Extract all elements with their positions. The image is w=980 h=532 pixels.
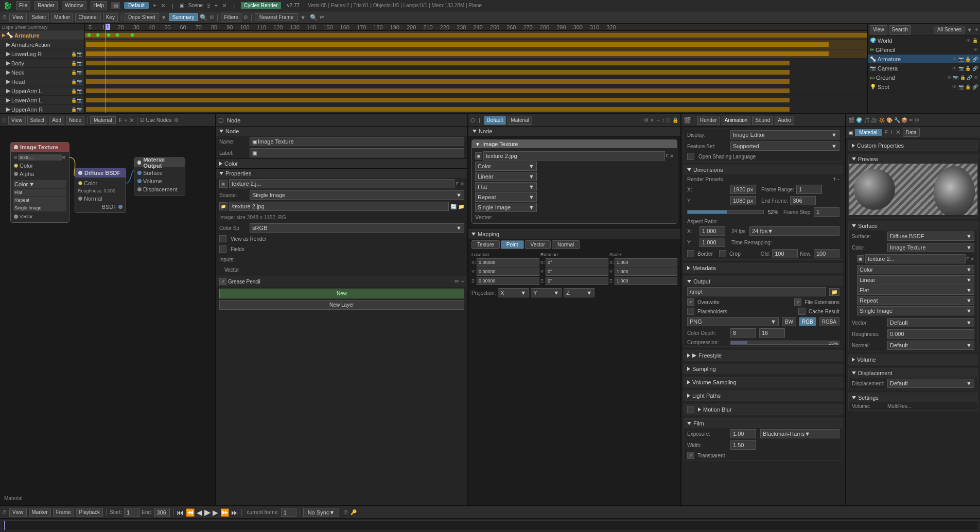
- view-node[interactable]: View: [8, 116, 26, 125]
- material-tab-right[interactable]: Material: [855, 129, 882, 136]
- roughness-slider[interactable]: 0.000: [887, 329, 974, 339]
- view-timeline[interactable]: View: [9, 508, 27, 517]
- material-selector[interactable]: Material: [90, 116, 116, 124]
- custom-props-header[interactable]: Custom Properties: [849, 141, 977, 150]
- all-scenes-dropdown[interactable]: All Scenes: [934, 26, 965, 33]
- preview-header[interactable]: Preview: [849, 154, 977, 164]
- props-section-header2[interactable]: Properties: [216, 169, 467, 178]
- ds-row-neck[interactable]: ▶ Neck 🔒📷: [0, 68, 84, 77]
- new-button[interactable]: New: [219, 289, 464, 298]
- it-color-dropdown[interactable]: Color▼: [475, 162, 537, 171]
- rot-x-field[interactable]: 0°: [546, 258, 608, 267]
- node-menu[interactable]: Node: [66, 116, 84, 125]
- end-frame-input[interactable]: 306: [154, 508, 170, 517]
- motion-blur-header[interactable]: Motion Blur: [684, 404, 843, 415]
- window-menu[interactable]: Window: [62, 1, 86, 10]
- render-engine[interactable]: Cycles Render: [241, 2, 281, 9]
- volume-sampling-header[interactable]: Volume Sampling: [684, 378, 843, 387]
- it-flat-dropdown[interactable]: Flat▼: [475, 182, 537, 191]
- presets-add[interactable]: +: [833, 175, 836, 183]
- rgba-btn[interactable]: RGBA: [819, 317, 839, 326]
- film-header[interactable]: Film: [684, 419, 843, 428]
- proj-z[interactable]: Z▼: [564, 288, 594, 297]
- prev-frame-btn[interactable]: ⏪: [186, 508, 195, 517]
- dimensions-header[interactable]: Dimensions: [684, 165, 843, 174]
- exposure-value[interactable]: 1.00: [730, 429, 756, 438]
- right-linear-dropdown[interactable]: Linear▼: [857, 275, 974, 285]
- plane-tab[interactable]: Default: [484, 116, 506, 125]
- ds-row-action[interactable]: ▶ ArmatureAction: [0, 40, 84, 49]
- loc-x-field[interactable]: 0.00000: [477, 258, 539, 267]
- new-layer-button[interactable]: New Layer: [219, 300, 464, 310]
- y-value[interactable]: 1080 px: [730, 196, 756, 205]
- ds-row-lowerarml[interactable]: ▶ LowerArm L 🔒📷: [0, 96, 84, 105]
- node-section-header[interactable]: Node: [216, 127, 467, 136]
- outliner-item-world[interactable]: 🌍 World 👁 🔒: [868, 36, 980, 45]
- scale-x-field[interactable]: 1.000: [615, 258, 677, 267]
- point-tab[interactable]: Point: [501, 240, 524, 249]
- render-tab-btn[interactable]: Render: [697, 116, 720, 125]
- vector-dropdown-right[interactable]: Default▼: [887, 318, 974, 327]
- colorsp-dropdown[interactable]: sRGB▼: [250, 223, 464, 233]
- channel-menu-ds[interactable]: Channel: [75, 13, 100, 22]
- outliner-item-armature[interactable]: 🦴 Armature 👁 📷 🔒 🔗: [868, 55, 980, 64]
- right-texture-file[interactable]: texture 2...: [865, 254, 966, 263]
- jump-end-btn[interactable]: ⏭: [231, 508, 238, 517]
- light-paths-header[interactable]: Light Paths: [684, 391, 843, 400]
- scale-z-field[interactable]: 1.000: [615, 277, 677, 285]
- mapping-header[interactable]: Mapping: [468, 229, 680, 239]
- aspect-x[interactable]: 1.000: [699, 226, 725, 236]
- view-menu-ds[interactable]: View: [9, 13, 27, 22]
- ds-row-upperarml[interactable]: ▶ UpperArm L 🔒📷: [0, 86, 84, 96]
- color-section-header[interactable]: Color: [216, 159, 467, 168]
- material-tab-center[interactable]: Material: [507, 116, 532, 125]
- sync-dropdown[interactable]: No Sync▼: [303, 508, 339, 517]
- workspace-tab[interactable]: Default: [124, 2, 149, 9]
- surface-dropdown[interactable]: Diffuse BSDF▼: [887, 232, 974, 241]
- output-path-field[interactable]: /tmp\: [687, 287, 826, 296]
- proj-y[interactable]: Y▼: [531, 288, 562, 297]
- displacement-header[interactable]: Displacement: [849, 368, 977, 378]
- presets-minus[interactable]: -: [837, 175, 839, 183]
- image-texture-node-box[interactable]: Image Texture textu... ✕ Color Alpha Col…: [10, 142, 69, 223]
- new-value[interactable]: 100: [814, 249, 839, 258]
- search-outliner[interactable]: Search: [889, 25, 912, 34]
- outliner-item-spot[interactable]: 💡 Spot 👁 📷 🔒 🔗: [868, 82, 980, 92]
- compression-bar[interactable]: 15%: [730, 341, 839, 345]
- center-node-section[interactable]: Node: [468, 127, 680, 136]
- right-color-dropdown[interactable]: Color▼: [857, 265, 974, 274]
- frame-rate-dropdown[interactable]: 24 fps▼: [749, 226, 839, 236]
- mode-selector[interactable]: Dope Sheet: [125, 13, 159, 21]
- it-single-image-dropdown[interactable]: Single Image▼: [475, 203, 537, 212]
- display-dropdown[interactable]: Image Editor▼: [730, 130, 839, 139]
- select-menu-ds[interactable]: Select: [29, 13, 49, 22]
- source-dropdown[interactable]: Single Image▼: [250, 190, 464, 200]
- right-texture-remove[interactable]: ✕: [970, 256, 974, 262]
- normal-tab[interactable]: Normal: [552, 240, 580, 249]
- frame-step-value[interactable]: 1: [814, 207, 839, 217]
- grease-add-icon[interactable]: ✏: [454, 278, 460, 285]
- name-input[interactable]: ▣ Image Texture: [250, 137, 464, 146]
- feature-dropdown[interactable]: Supported▼: [730, 141, 839, 151]
- scale-y-field[interactable]: 1.000: [615, 268, 677, 276]
- proj-x[interactable]: X▼: [498, 288, 529, 297]
- playback-timeline[interactable]: Playback: [76, 508, 103, 517]
- start-frame-input[interactable]: 1: [124, 508, 139, 517]
- ds-row-upperarmr[interactable]: ▶ UpperArm R 🔒📷: [0, 105, 84, 113]
- aspect-y[interactable]: 1.000: [699, 238, 725, 247]
- help-menu[interactable]: Help: [91, 1, 108, 10]
- texture-file-field[interactable]: texture 2.j...: [229, 179, 454, 188]
- frame-mode-selector[interactable]: Nearest Frame: [255, 13, 299, 21]
- texture-tab[interactable]: Texture: [471, 240, 500, 249]
- data-tab[interactable]: Data: [903, 128, 920, 137]
- key-menu-ds[interactable]: Key: [103, 13, 118, 22]
- frame-timeline[interactable]: Frame: [53, 508, 74, 517]
- loc-z-field[interactable]: 0.00000: [477, 277, 539, 285]
- marker-timeline[interactable]: Marker: [29, 508, 51, 517]
- rot-y-field[interactable]: 0°: [546, 268, 608, 276]
- view-outliner[interactable]: View: [870, 25, 887, 34]
- audio-tab-btn[interactable]: Audio: [775, 116, 794, 125]
- outliner-item-ground[interactable]: ▭ Ground 👁 📷 🔒 🔗 ⚙: [868, 73, 980, 82]
- next-frame-btn[interactable]: ⏩: [220, 508, 229, 517]
- path-field[interactable]: /texture 2.jpg: [229, 202, 449, 211]
